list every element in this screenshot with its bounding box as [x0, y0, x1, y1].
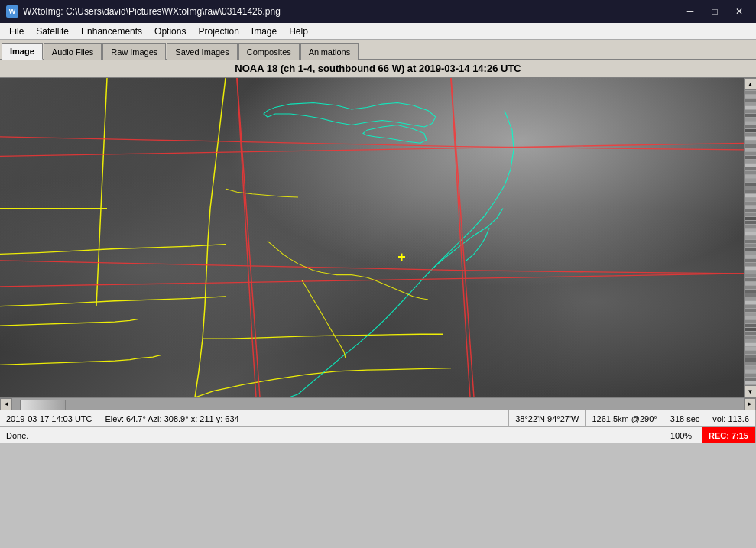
titlebar: W WXtoImg: C:\Users\david\Pictures\WXtoI…	[0, 0, 756, 23]
minimize-button[interactable]: ─	[680, 4, 701, 19]
status-volume: vol: 113.6	[706, 410, 756, 426]
image-section: + ▲	[0, 78, 756, 397]
hscroll-track[interactable]	[12, 398, 744, 410]
satellite-image: +	[0, 78, 744, 397]
close-button[interactable]: ✕	[728, 4, 750, 19]
scroll-up-button[interactable]: ▲	[745, 78, 757, 90]
menu-help[interactable]: Help	[283, 23, 314, 39]
menu-enhancements[interactable]: Enhancements	[75, 23, 148, 39]
right-scrollbar[interactable]: ▲	[744, 78, 756, 397]
status-message: Done.	[0, 427, 664, 443]
status-distance: 1261.5km @290°	[586, 410, 664, 426]
menu-file[interactable]: File	[3, 23, 30, 39]
tab-animations[interactable]: Animations	[300, 43, 359, 60]
status-zoom: 100%	[664, 427, 702, 443]
image-area[interactable]: +	[0, 78, 744, 397]
status-rec: REC: 7:15	[702, 427, 756, 443]
svg-line-1	[451, 78, 474, 397]
svg-line-3	[0, 274, 744, 287]
menu-satellite[interactable]: Satellite	[30, 23, 75, 39]
tabbar: Image Audio Files Raw Images Saved Image…	[0, 40, 756, 60]
tab-composites[interactable]: Composites	[238, 43, 300, 60]
status-datetime: 2019-03-17 14:03 UTC	[0, 410, 99, 426]
crosshair-marker: +	[397, 249, 406, 265]
titlebar-left: W WXtoImg: C:\Users\david\Pictures\WXtoI…	[6, 5, 281, 18]
image-title: NOAA 18 (ch 1-4, southbound 66 W) at 201…	[0, 60, 756, 78]
scroll-left-button[interactable]: ◄	[0, 398, 12, 410]
menu-options[interactable]: Options	[148, 23, 192, 39]
tab-image[interactable]: Image	[2, 43, 43, 60]
hscroll-thumb[interactable]	[20, 400, 66, 410]
menubar: File Satellite Enhancements Options Proj…	[0, 23, 756, 40]
svg-line-2	[0, 143, 744, 156]
window-title: WXtoImg: C:\Users\david\Pictures\WXtoImg…	[23, 6, 281, 17]
horizontal-scrollbar[interactable]: ◄ ►	[0, 397, 756, 410]
statusbar-1: 2019-03-17 14:03 UTC Elev: 64.7° Azi: 30…	[0, 410, 756, 426]
window-controls: ─ □ ✕	[680, 4, 750, 19]
tab-saved-images[interactable]: Saved Images	[167, 43, 237, 60]
maximize-button[interactable]: □	[704, 4, 725, 19]
statusbar-2: Done. 100% REC: 7:15	[0, 426, 756, 443]
content-frame: + ▲	[0, 78, 756, 410]
scroll-track[interactable]	[745, 90, 756, 385]
status-coordinates: Elev: 64.7° Azi: 308.9° x: 211 y: 634	[99, 410, 510, 426]
status-latlon: 38°22'N 94°27'W	[509, 410, 586, 426]
tab-raw-images[interactable]: Raw Images	[102, 43, 166, 60]
scroll-down-button[interactable]: ▼	[745, 385, 757, 397]
app-icon: W	[6, 5, 18, 18]
svg-line-0	[237, 78, 260, 397]
status-seconds: 318 sec	[664, 410, 707, 426]
map-overlay	[0, 78, 744, 397]
scroll-right-button[interactable]: ►	[744, 398, 756, 410]
menu-image[interactable]: Image	[245, 23, 283, 39]
menu-projection[interactable]: Projection	[192, 23, 245, 39]
tab-audio-files[interactable]: Audio Files	[44, 43, 102, 60]
